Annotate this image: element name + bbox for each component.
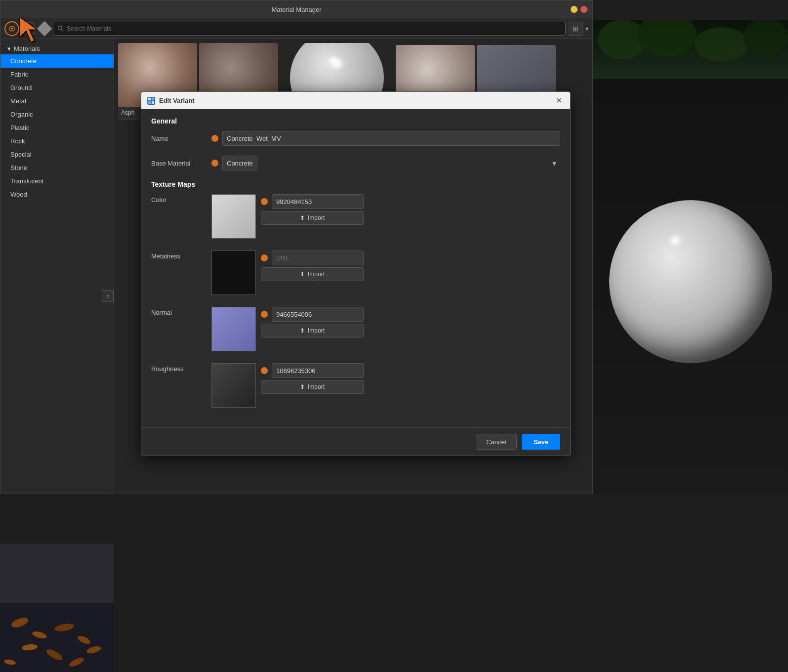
svg-point-1 bbox=[11, 28, 13, 30]
sidebar-item-stone[interactable]: Stone bbox=[0, 161, 114, 174]
sidebar-collapse-icon: ▾ bbox=[7, 45, 11, 52]
sidebar-item-special[interactable]: Special bbox=[0, 148, 114, 161]
roughness-texture-preview bbox=[211, 363, 256, 408]
close-button[interactable] bbox=[581, 6, 587, 13]
grid-icon: ⊞ bbox=[573, 25, 579, 33]
dialog-close-button[interactable]: ✕ bbox=[554, 96, 564, 105]
sidebar-item-organic[interactable]: Organic bbox=[0, 108, 114, 121]
roughness-import-button[interactable]: ⬆ Import bbox=[261, 380, 364, 394]
sidebar-item-metal[interactable]: Metal bbox=[0, 94, 114, 108]
svg-line-5 bbox=[62, 30, 64, 32]
svg-point-9 bbox=[744, 20, 788, 56]
roughness-indicator bbox=[261, 367, 268, 374]
pin-tool-button[interactable] bbox=[22, 22, 36, 36]
svg-point-4 bbox=[58, 26, 62, 30]
color-import-button[interactable]: ⬆ Import bbox=[261, 211, 364, 225]
normal-indicator bbox=[261, 311, 268, 318]
roughness-import-label: Import bbox=[308, 383, 325, 390]
dialog-title: Edit Variant bbox=[159, 97, 195, 104]
import-icon-roughness: ⬆ bbox=[300, 383, 305, 390]
sidebar-item-concrete[interactable]: Concrete bbox=[0, 54, 114, 68]
dialog-body: General Name Base Material Concrete Tex bbox=[141, 109, 570, 427]
sidebar-header-label: Materials bbox=[14, 45, 40, 52]
sidebar-item-fabric[interactable]: Fabric bbox=[0, 68, 114, 81]
normal-import-button[interactable]: ⬆ Import bbox=[261, 324, 364, 337]
color-value-input[interactable] bbox=[272, 194, 364, 209]
metalness-import-label: Import bbox=[308, 271, 325, 278]
import-icon-normal: ⬆ bbox=[300, 327, 305, 334]
general-section-title: General bbox=[151, 117, 560, 125]
save-button[interactable]: Save bbox=[522, 434, 560, 450]
window-title: Material Manager bbox=[271, 6, 321, 13]
dialog-footer: Cancel Save bbox=[141, 427, 570, 456]
dialog-title-area: Edit Variant bbox=[147, 97, 195, 105]
base-material-select[interactable]: Concrete bbox=[222, 156, 257, 170]
normal-value-input[interactable] bbox=[272, 307, 364, 322]
svg-rect-11 bbox=[0, 603, 114, 672]
minimize-button[interactable] bbox=[571, 6, 578, 13]
texture-maps-section-title: Texture Maps bbox=[151, 180, 560, 188]
dialog-icon bbox=[147, 97, 155, 105]
dropdown-arrow: ▾ bbox=[585, 25, 588, 32]
dialog-header: Edit Variant ✕ bbox=[141, 92, 570, 109]
bottom-scene-preview bbox=[0, 544, 114, 672]
base-material-indicator bbox=[211, 160, 218, 167]
base-material-field-row: Base Material Concrete bbox=[151, 156, 560, 170]
sidebar: ▾ Materials Concrete Fabric Ground Metal… bbox=[0, 39, 114, 494]
color-indicator bbox=[261, 198, 268, 205]
metalness-indicator bbox=[261, 254, 268, 261]
name-label: Name bbox=[151, 131, 206, 142]
svg-rect-23 bbox=[148, 101, 151, 104]
search-input[interactable] bbox=[67, 25, 561, 32]
main-sphere-preview bbox=[609, 200, 772, 363]
roughness-texture-controls: ⬆ Import bbox=[261, 363, 364, 394]
sidebar-item-ground[interactable]: Ground bbox=[0, 81, 114, 94]
color-texture-controls: ⬆ Import bbox=[261, 194, 364, 225]
color-texture-field: Color ⬆ Import bbox=[151, 194, 560, 239]
normal-texture-field: Normal ⬆ Import bbox=[151, 307, 560, 351]
metalness-texture-controls: ⬆ Import bbox=[261, 251, 364, 281]
metalness-label: Metalness bbox=[151, 251, 206, 260]
metalness-texture-field: Metalness ⬆ Import bbox=[151, 251, 560, 295]
roughness-texture-field: Roughness ⬆ Import bbox=[151, 363, 560, 408]
base-material-label: Base Material bbox=[151, 156, 206, 167]
sidebar-collapse-button[interactable]: « bbox=[102, 290, 114, 302]
orbit-tool-button[interactable] bbox=[4, 21, 19, 36]
color-texture-preview bbox=[211, 194, 256, 239]
sidebar-item-wood[interactable]: Wood bbox=[0, 188, 114, 201]
import-icon-metalness: ⬆ bbox=[300, 271, 305, 278]
name-field-row: Name bbox=[151, 131, 560, 146]
name-indicator bbox=[211, 135, 218, 142]
sidebar-item-rock[interactable]: Rock bbox=[0, 134, 114, 148]
title-bar: Material Manager bbox=[0, 0, 592, 18]
cancel-button[interactable]: Cancel bbox=[476, 434, 516, 450]
right-preview-panel bbox=[593, 20, 788, 494]
search-icon bbox=[57, 25, 64, 32]
sidebar-item-plastic[interactable]: Plastic bbox=[0, 121, 114, 134]
roughness-label: Roughness bbox=[151, 363, 206, 373]
metalness-url-input[interactable] bbox=[272, 251, 364, 265]
metalness-import-button[interactable]: ⬆ Import bbox=[261, 267, 364, 281]
svg-rect-21 bbox=[148, 98, 151, 100]
sidebar-item-translucent[interactable]: Translucent bbox=[0, 174, 114, 188]
svg-point-2 bbox=[28, 26, 31, 29]
svg-rect-24 bbox=[152, 101, 154, 104]
roughness-value-input[interactable] bbox=[272, 363, 364, 378]
import-icon: ⬆ bbox=[300, 214, 305, 221]
diamond-tool[interactable] bbox=[37, 21, 52, 36]
normal-texture-preview bbox=[211, 307, 256, 351]
svg-point-7 bbox=[637, 20, 697, 57]
color-label: Color bbox=[151, 194, 206, 204]
toolbar: ⊞ ▾ bbox=[0, 18, 592, 39]
edit-variant-dialog: Edit Variant ✕ General Name Base Materia… bbox=[141, 91, 571, 456]
svg-rect-22 bbox=[152, 98, 154, 100]
search-bar bbox=[53, 22, 566, 36]
svg-point-8 bbox=[694, 27, 748, 62]
grid-view-button[interactable]: ⊞ bbox=[569, 22, 582, 36]
title-bar-controls bbox=[571, 6, 587, 13]
normal-label: Normal bbox=[151, 307, 206, 316]
color-import-label: Import bbox=[308, 214, 325, 221]
sidebar-header[interactable]: ▾ Materials bbox=[0, 43, 114, 54]
name-input[interactable] bbox=[222, 131, 560, 146]
metalness-texture-preview bbox=[211, 251, 256, 295]
